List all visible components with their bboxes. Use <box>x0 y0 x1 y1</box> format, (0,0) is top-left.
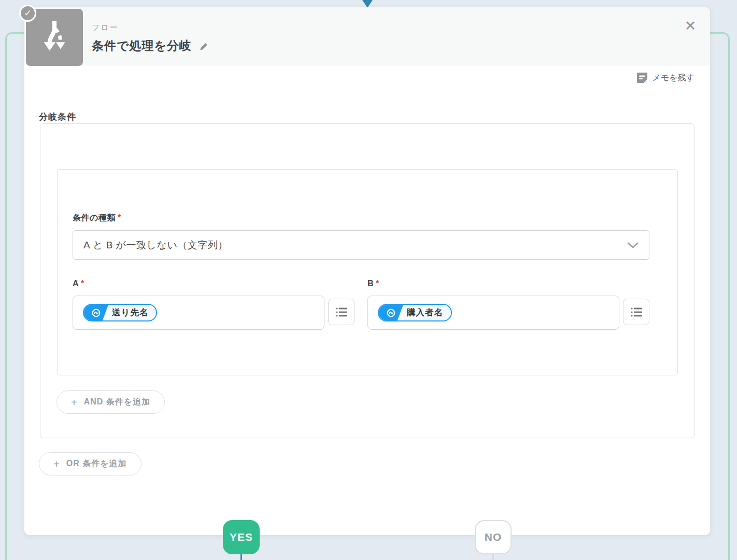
or-condition-group: 条件の種類* A と B が一致しない（文字列） A* <box>40 123 695 438</box>
variable-token-b[interactable]: 購入者名 <box>378 304 452 321</box>
branch-config-modal: ✓ フロー 条件で処理を分岐 ✕ <box>24 7 710 535</box>
variable-token-b-label: 購入者名 <box>403 305 451 320</box>
step-category-label: フロー <box>92 23 209 33</box>
condition-type-select[interactable]: A と B が一致しない（文字列） <box>73 230 649 260</box>
required-asterisk: * <box>81 279 84 288</box>
add-or-condition-button[interactable]: + OR 条件を追加 <box>39 452 141 475</box>
variable-loop-icon <box>84 305 108 320</box>
yes-branch-connector-line <box>240 554 242 560</box>
no-branch-button[interactable]: NO <box>475 520 512 554</box>
operand-b-input[interactable]: 購入者名 <box>367 296 619 330</box>
step-title: 条件で処理を分岐 <box>92 38 192 54</box>
incoming-connector-arrow <box>362 0 373 8</box>
add-and-condition-label: AND 条件を追加 <box>84 397 150 408</box>
branch-step-icon: ✓ <box>26 9 83 66</box>
no-branch-connector-line <box>492 554 494 560</box>
add-memo-label: メモを残す <box>653 73 695 83</box>
branch-arrows-icon <box>37 19 72 56</box>
condition-type-selected-value: A と B が一致しない（文字列） <box>83 239 627 252</box>
condition-type-label-text: 条件の種類 <box>73 213 116 222</box>
required-asterisk: * <box>376 279 379 288</box>
required-asterisk: * <box>118 213 121 222</box>
close-icon[interactable]: ✕ <box>682 18 699 34</box>
add-or-condition-label: OR 条件を追加 <box>66 458 127 469</box>
branch-conditions-heading: 分岐条件 <box>39 111 76 123</box>
operand-a-label: A* <box>73 279 84 288</box>
operand-a-label-text: A <box>73 279 79 288</box>
chevron-down-icon <box>627 242 639 248</box>
and-condition-row: 条件の種類* A と B が一致しない（文字列） A* <box>57 169 678 375</box>
header-text: フロー 条件で処理を分岐 <box>92 23 209 54</box>
edit-title-pencil-icon[interactable] <box>199 41 209 51</box>
operand-b-label: B* <box>367 279 379 288</box>
plus-icon: + <box>71 397 78 408</box>
modal-header: ✓ フロー 条件で処理を分岐 ✕ <box>24 7 710 66</box>
operand-a-input[interactable]: 送り先名 <box>73 296 324 330</box>
add-and-condition-button[interactable]: + AND 条件を追加 <box>56 390 165 414</box>
variable-token-a[interactable]: 送り先名 <box>83 304 157 321</box>
variable-loop-icon <box>379 305 403 320</box>
list-icon <box>630 306 643 318</box>
list-icon <box>335 306 348 318</box>
yes-branch-button[interactable]: YES <box>223 520 260 554</box>
operand-a-variable-list-button[interactable] <box>328 299 355 325</box>
add-memo-link[interactable]: メモを残す <box>636 72 695 83</box>
operand-b-variable-list-button[interactable] <box>623 299 649 325</box>
variable-token-a-label: 送り先名 <box>108 305 156 320</box>
plus-icon: + <box>53 459 60 469</box>
note-icon <box>636 72 648 83</box>
check-badge-icon: ✓ <box>19 5 36 22</box>
condition-type-label: 条件の種類* <box>73 213 121 223</box>
operand-b-label-text: B <box>367 279 374 288</box>
